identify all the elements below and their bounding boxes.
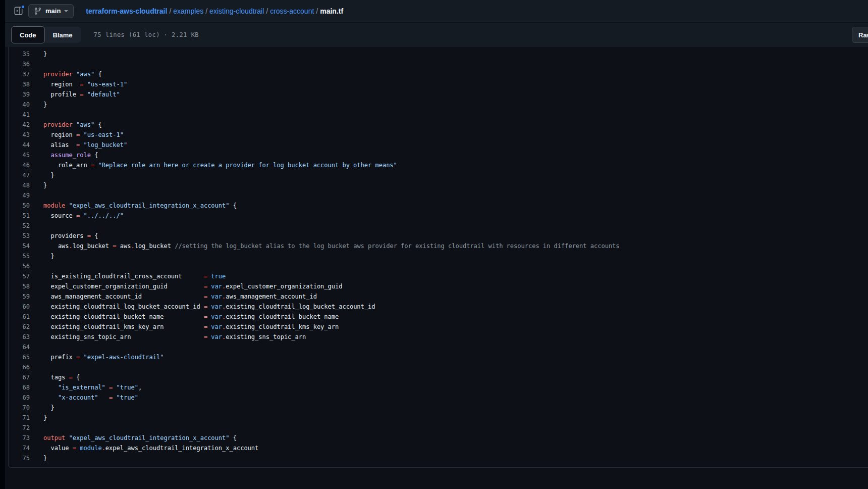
line-number[interactable]: 53 <box>9 231 30 241</box>
line-number[interactable]: 74 <box>9 443 30 453</box>
line-number[interactable]: 35 <box>9 49 30 59</box>
code-line-text: existing_cloudtrail_bucket_name = var.ex… <box>30 312 339 322</box>
line-number[interactable]: 58 <box>9 281 30 291</box>
line-number[interactable]: 68 <box>9 382 30 393</box>
code-line: 55 } <box>9 251 868 261</box>
breadcrumb-dir-link[interactable]: examples <box>173 7 203 15</box>
code-line-text: provider "aws" { <box>30 120 102 130</box>
line-number[interactable]: 64 <box>9 342 30 352</box>
tab-blame[interactable]: Blame <box>45 27 81 43</box>
line-number[interactable]: 63 <box>9 332 30 342</box>
code-line-text <box>30 59 43 69</box>
line-number[interactable]: 67 <box>9 372 30 382</box>
line-number[interactable]: 37 <box>9 69 30 79</box>
code-line: 60 existing_cloudtrail_log_bucket_accoun… <box>9 302 868 312</box>
code-line-text: } <box>30 403 55 413</box>
code-line-text: existing_sns_topic_arn = var.existing_sn… <box>30 332 306 342</box>
code-line: 37provider "aws" { <box>9 69 868 79</box>
breadcrumb-separator: / <box>314 7 320 15</box>
code-line-text <box>30 342 43 352</box>
line-number[interactable]: 57 <box>9 271 30 281</box>
code-line: 51 source = "../../../" <box>9 211 868 221</box>
code-line-text: } <box>30 453 47 463</box>
code-line-text: prefix = "expel-aws-cloudtrail" <box>30 352 164 362</box>
code-line: 75} <box>9 453 868 463</box>
line-number[interactable]: 47 <box>9 170 30 180</box>
code-line: 69 "x-account" = "true" <box>9 393 868 403</box>
code-line: 50module "expel_aws_cloudtrail_integrati… <box>9 201 868 211</box>
line-number[interactable]: 61 <box>9 312 30 322</box>
line-number[interactable]: 45 <box>9 150 30 160</box>
line-number[interactable]: 71 <box>9 413 30 423</box>
line-number[interactable]: 75 <box>9 453 30 463</box>
code-blame-segmented-control: Code Blame <box>11 27 81 43</box>
code-line-text: provider "aws" { <box>30 69 102 79</box>
code-line-text: existing_cloudtrail_kms_key_arn = var.ex… <box>30 322 339 332</box>
breadcrumb: terraform-aws-cloudtrail/examples/existi… <box>86 7 343 15</box>
code-line-text: value = module.expel_aws_cloudtrail_inte… <box>30 443 258 453</box>
line-number[interactable]: 72 <box>9 423 30 433</box>
code-line: 48} <box>9 180 868 190</box>
line-number[interactable]: 49 <box>9 190 30 201</box>
breadcrumb-dir-link[interactable]: cross-account <box>270 7 314 15</box>
line-number[interactable]: 60 <box>9 302 30 312</box>
code-line-text: tags = { <box>30 372 80 382</box>
line-number[interactable]: 36 <box>9 59 30 69</box>
branch-selector-button[interactable]: main <box>28 4 74 18</box>
code-line: 62 existing_cloudtrail_kms_key_arn = var… <box>9 322 868 332</box>
tab-code[interactable]: Code <box>11 26 45 43</box>
code-line: 67 tags = { <box>9 372 868 382</box>
code-line-text: } <box>30 100 47 110</box>
line-number[interactable]: 69 <box>9 393 30 403</box>
file-header-bar: main terraform-aws-cloudtrail/examples/e… <box>5 0 868 22</box>
code-line: 44 alias = "log_bucket" <box>9 140 868 150</box>
notification-dot <box>21 5 25 9</box>
line-number[interactable]: 50 <box>9 201 30 211</box>
line-number[interactable]: 59 <box>9 291 30 302</box>
code-line: 68 "is_external" = "true", <box>9 382 868 393</box>
breadcrumb-repo-link[interactable]: terraform-aws-cloudtrail <box>86 7 167 15</box>
breadcrumb-separator: / <box>203 7 209 15</box>
code-line: 35} <box>9 49 868 59</box>
code-line-text: profile = "default" <box>30 89 120 100</box>
line-number[interactable]: 51 <box>9 211 30 221</box>
line-number[interactable]: 46 <box>9 160 30 170</box>
line-number[interactable]: 43 <box>9 130 30 140</box>
line-number[interactable]: 40 <box>9 100 30 110</box>
line-number[interactable]: 42 <box>9 120 30 130</box>
line-number[interactable]: 66 <box>9 362 30 372</box>
code-line-text: aws.log_bucket = aws.log_bucket //settin… <box>30 241 620 251</box>
code-line: 36 <box>9 59 868 69</box>
expand-file-tree-button[interactable] <box>12 5 24 17</box>
code-line: 46 role_arn = "Replace role arn here or … <box>9 160 868 170</box>
line-number[interactable]: 73 <box>9 433 30 443</box>
code-line-text: region = "us-east-1" <box>30 79 127 89</box>
line-number[interactable]: 56 <box>9 261 30 271</box>
code-line: 74 value = module.expel_aws_cloudtrail_i… <box>9 443 868 453</box>
code-line: 73output "expel_aws_cloudtrail_integrati… <box>9 433 868 443</box>
code-line-text <box>30 221 43 231</box>
line-number[interactable]: 44 <box>9 140 30 150</box>
code-line: 56 <box>9 261 868 271</box>
line-number[interactable]: 62 <box>9 322 30 332</box>
line-number[interactable]: 41 <box>9 110 30 120</box>
line-number[interactable]: 65 <box>9 352 30 362</box>
code-line-text: aws_management_account_id = var.aws_mana… <box>30 291 317 302</box>
code-panel: 35}3637provider "aws" {38 region = "us-e… <box>8 47 868 468</box>
code-line: 66 <box>9 362 868 372</box>
code-line: 47 } <box>9 170 868 180</box>
file-metadata: 75 lines (61 loc) · 2.21 KB <box>94 31 199 38</box>
line-number[interactable]: 38 <box>9 79 30 89</box>
branch-name: main <box>45 7 61 15</box>
code-line-text: source = "../../../" <box>30 211 124 221</box>
raw-button[interactable]: Raw <box>852 27 868 43</box>
line-number[interactable]: 52 <box>9 221 30 231</box>
breadcrumb-separator: / <box>264 7 270 15</box>
line-number[interactable]: 55 <box>9 251 30 261</box>
breadcrumb-dir-link[interactable]: existing-cloudtrail <box>209 7 264 15</box>
code-line: 65 prefix = "expel-aws-cloudtrail" <box>9 352 868 362</box>
line-number[interactable]: 70 <box>9 403 30 413</box>
line-number[interactable]: 48 <box>9 180 30 190</box>
line-number[interactable]: 39 <box>9 89 30 100</box>
line-number[interactable]: 54 <box>9 241 30 251</box>
